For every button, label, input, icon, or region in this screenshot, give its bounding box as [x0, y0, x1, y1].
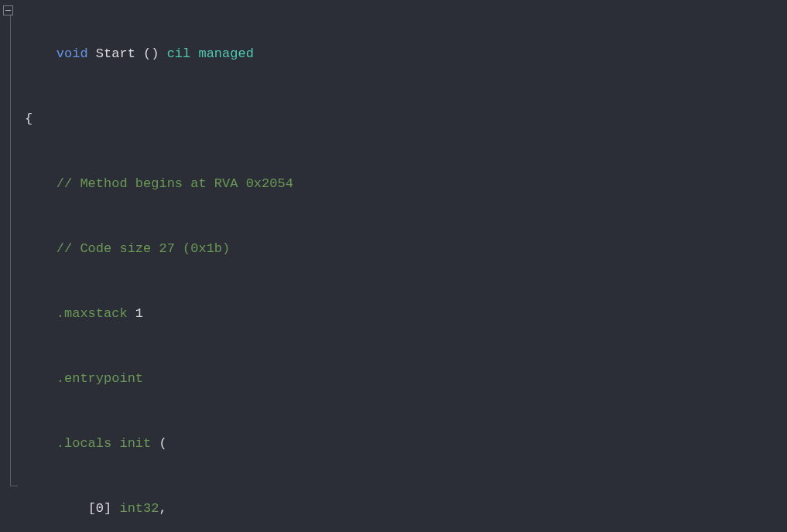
keyword-init: init [119, 436, 151, 451]
fold-line [10, 15, 11, 486]
method-name: Start [96, 46, 135, 61]
keyword-void: void [56, 46, 88, 61]
comment: // Code size 27 (0x1b) [56, 241, 230, 256]
code-line: // Method begins at RVA 0x2054 [25, 173, 601, 195]
brace-open: { [25, 111, 33, 126]
type-int32: int32 [119, 501, 159, 516]
directive-locals: .locals [56, 436, 111, 451]
maxstack-value: 1 [135, 306, 143, 321]
comma: , [159, 501, 166, 516]
keyword-managed: managed [198, 46, 253, 61]
code-line: // Code size 27 (0x1b) [25, 238, 601, 260]
code-editor: void Start () cil managed { // Method be… [0, 0, 787, 532]
comment: // Method begins at RVA 0x2054 [56, 176, 293, 191]
directive-entrypoint: .entrypoint [56, 371, 143, 386]
code-line: [0] int32, [25, 498, 601, 520]
code-line: { [25, 108, 601, 130]
paren-open: ( [159, 436, 166, 451]
code-line: .entrypoint [25, 368, 601, 390]
code-line: .locals init ( [25, 433, 601, 455]
directive-maxstack: .maxstack [56, 306, 128, 321]
keyword-cil: cil [167, 46, 191, 61]
fold-toggle[interactable] [3, 5, 13, 15]
fold-end [10, 486, 18, 486]
gutter [0, 0, 19, 532]
parens: () [143, 46, 159, 61]
local-index: [0] [88, 501, 112, 516]
code-area[interactable]: void Start () cil managed { // Method be… [19, 0, 601, 532]
code-line: void Start () cil managed [25, 43, 601, 65]
code-line: .maxstack 1 [25, 303, 601, 325]
